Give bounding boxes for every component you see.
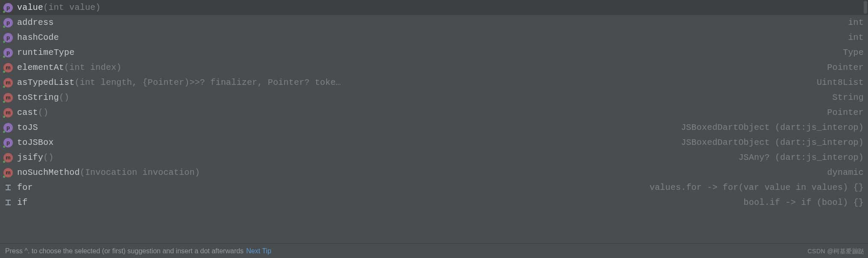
- suggestion-type: Pointer: [827, 108, 864, 117]
- suggestion-type: JSBoxedDartObject (dart:js_interop): [681, 138, 864, 147]
- method-icon: m: [3, 93, 13, 102]
- suggestion-name: address: [17, 18, 54, 27]
- suggestion-name: hashCode: [17, 33, 59, 42]
- template-icon: [3, 198, 13, 207]
- suggestion-type: Type: [843, 48, 864, 57]
- suggestion-type: Pointer: [827, 63, 864, 72]
- suggestion-params: (): [38, 108, 48, 117]
- suggestion-name: for: [17, 183, 33, 192]
- method-icon: m: [3, 153, 13, 162]
- property-icon: p: [3, 18, 13, 27]
- svg-rect-0: [6, 189, 11, 190]
- property-icon: p: [3, 3, 13, 12]
- suggestion-row[interactable]: ptoJSBoxJSBoxedDartObject (dart:js_inter…: [0, 135, 868, 150]
- suggestion-row[interactable]: masTypedList(int length, {Pointer)>>? fi…: [0, 75, 868, 90]
- suggestion-type: JSAny? (dart:js_interop): [738, 153, 864, 162]
- suggestion-row[interactable]: pvalue(int value): [0, 0, 868, 15]
- suggestion-row[interactable]: ifbool.if -> if (bool) {}: [0, 195, 868, 210]
- suggestion-row[interactable]: phashCodeint: [0, 30, 868, 45]
- code-completion-popup: pvalue(int value)paddressintphashCodeint…: [0, 0, 868, 258]
- suggestion-name: value: [17, 3, 43, 12]
- property-icon: p: [3, 123, 13, 132]
- suggestion-row[interactable]: melementAt(int index)Pointer: [0, 60, 868, 75]
- popup-footer: Press ^. to choose the selected (or firs…: [0, 243, 868, 258]
- template-icon: [3, 183, 13, 192]
- scrollbar-thumb[interactable]: [864, 1, 867, 14]
- suggestion-name: cast: [17, 108, 38, 117]
- suggestion-type: int: [848, 33, 864, 42]
- suggestion-row[interactable]: mjsify()JSAny? (dart:js_interop): [0, 150, 868, 165]
- suggestion-row[interactable]: ptoJSJSBoxedDartObject (dart:js_interop): [0, 120, 868, 135]
- suggestion-params: (Invocation invocation): [80, 168, 200, 177]
- method-icon: m: [3, 108, 13, 117]
- suggestion-row[interactable]: forvalues.for -> for(var value in values…: [0, 180, 868, 195]
- suggestion-name: elementAt: [17, 63, 64, 72]
- suggestion-row[interactable]: mnoSuchMethod(Invocation invocation)dyna…: [0, 165, 868, 180]
- suggestion-params: (): [43, 153, 54, 162]
- suggestion-row[interactable]: mcast()Pointer: [0, 105, 868, 120]
- suggestion-params: (int length, {Pointer)>>? finalizer, Poi…: [74, 78, 341, 87]
- suggestion-row[interactable]: pruntimeTypeType: [0, 45, 868, 60]
- suggestion-type: String: [832, 93, 864, 102]
- next-tip-link[interactable]: Next Tip: [246, 247, 271, 255]
- suggestion-row[interactable]: paddressint: [0, 15, 868, 30]
- suggestion-params: (int value): [43, 3, 101, 12]
- suggestion-name: asTypedList: [17, 78, 74, 87]
- suggestion-params: (): [59, 93, 69, 102]
- property-icon: p: [3, 33, 13, 42]
- svg-rect-1: [6, 204, 11, 205]
- suggestion-type: JSBoxedDartObject (dart:js_interop): [681, 123, 864, 132]
- suggestion-name: if: [17, 198, 27, 207]
- footer-hint: Press ^. to choose the selected (or firs…: [5, 247, 244, 255]
- suggestion-row[interactable]: mtoString()String: [0, 90, 868, 105]
- suggestion-name: toJSBox: [17, 138, 54, 147]
- method-icon: m: [3, 168, 13, 177]
- suggestion-params: (int index): [64, 63, 122, 72]
- suggestion-list[interactable]: pvalue(int value)paddressintphashCodeint…: [0, 0, 868, 243]
- property-icon: p: [3, 138, 13, 147]
- suggestion-name: noSuchMethod: [17, 168, 80, 177]
- suggestion-type: Uint8List: [817, 78, 864, 87]
- suggestion-name: jsify: [17, 153, 43, 162]
- suggestion-type: values.for -> for(var value in values) {…: [650, 183, 864, 192]
- suggestion-type: bool.if -> if (bool) {}: [743, 198, 864, 207]
- method-icon: m: [3, 63, 13, 72]
- suggestion-type: dynamic: [827, 168, 864, 177]
- suggestion-name: toString: [17, 93, 59, 102]
- suggestion-name: toJS: [17, 123, 38, 132]
- suggestion-type: int: [848, 18, 864, 27]
- suggestion-name: runtimeType: [17, 48, 74, 57]
- method-icon: m: [3, 78, 13, 87]
- property-icon: p: [3, 48, 13, 57]
- watermark: CSDN @柯基爱蹦跶: [808, 248, 865, 255]
